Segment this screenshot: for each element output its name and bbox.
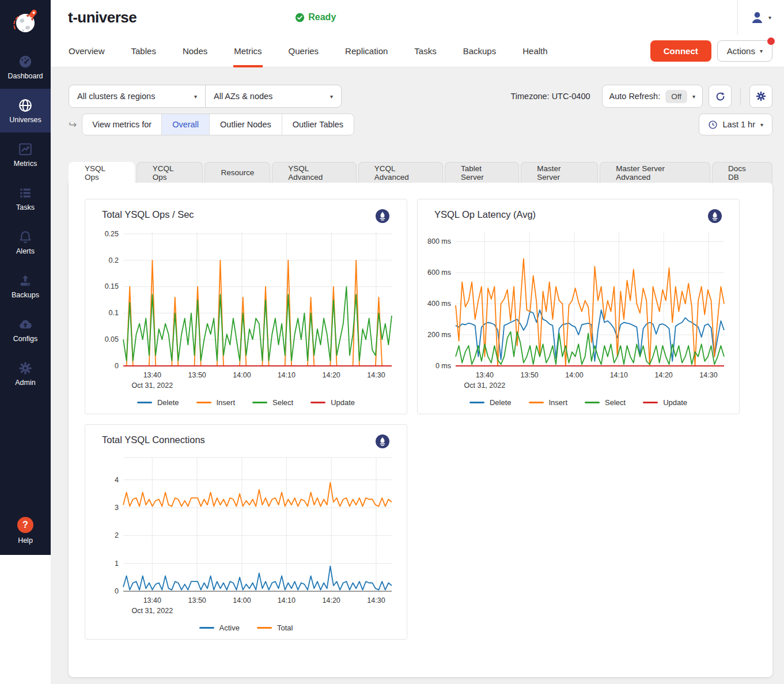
legend-swatch [310,402,325,403]
nav-tab-tasks[interactable]: Tasks [401,35,449,67]
nav-tab-metrics[interactable]: Metrics [221,35,275,67]
legend-item[interactable]: Insert [529,398,568,407]
svg-text:13:40: 13:40 [143,371,161,379]
chart-plot[interactable]: 13:4013:5014:0014:1014:2014:300 ms200 ms… [426,228,731,396]
legend-swatch [643,402,658,403]
svg-text:2: 2 [115,531,119,539]
sidebar-item-admin[interactable]: Admin [0,352,51,395]
sidebar-item-universes[interactable]: Universes [0,89,51,133]
globe-icon [18,98,33,113]
bell-icon [18,229,33,244]
clusters-regions-select[interactable]: All clusters & regions ▾ [69,85,206,108]
sidebar-item-tasks[interactable]: Tasks [0,176,51,220]
svg-text:Oct 31, 2022: Oct 31, 2022 [464,381,506,390]
svg-text:14:10: 14:10 [278,371,296,379]
chevron-down-icon: ▾ [330,93,333,100]
tab-resource[interactable]: Resource [204,162,270,183]
check-circle-icon [295,13,305,22]
svg-text:4: 4 [115,476,119,484]
svg-text:14:00: 14:00 [233,371,251,379]
nav-tab-backups[interactable]: Backups [450,35,510,67]
cloud-icon [18,317,33,332]
legend-swatch [585,402,600,403]
sidebar-item-help[interactable]: ? Help [0,517,51,545]
sidebar-item-label: Alerts [16,247,35,255]
user-menu[interactable]: ▾ [737,0,784,35]
legend-item[interactable]: Insert [196,398,236,407]
refresh-icon [715,91,726,102]
chevron-down-icon: ▾ [194,93,197,100]
svg-text:14:10: 14:10 [278,596,296,604]
legend-item[interactable]: Delete [137,398,179,407]
tab-ycql-advanced[interactable]: YCQL Advanced [358,162,443,183]
actions-button[interactable]: Actions ▾ [717,40,772,62]
legend-item[interactable]: Select [252,398,293,407]
prometheus-icon[interactable] [376,209,389,223]
svg-text:Oct 31, 2022: Oct 31, 2022 [132,607,173,615]
svg-text:14:30: 14:30 [699,371,717,379]
tab-ycql-ops[interactable]: YCQL Ops [137,162,203,183]
chart-title: Total YSQL Connections [102,434,205,445]
sidebar-item-dashboard[interactable]: Dashboard [0,45,51,89]
legend-item[interactable]: Active [199,623,240,632]
legend-item[interactable]: Select [585,398,626,407]
time-range-select[interactable]: Last 1 hr ▾ [699,114,772,135]
sidebar-item-alerts[interactable]: Alerts [0,220,51,264]
sidebar-item-backups[interactable]: Backups [0,264,51,308]
tab-master-server[interactable]: Master Server [521,162,598,183]
prometheus-icon[interactable] [708,209,722,223]
prometheus-icon[interactable] [376,434,389,448]
svg-text:13:40: 13:40 [476,371,494,379]
sidebar-item-configs[interactable]: Configs [0,308,51,352]
svg-text:0.15: 0.15 [105,282,119,290]
tab-master-server-advanced[interactable]: Master Server Advanced [600,162,710,183]
sidebar-item-metrics[interactable]: Metrics [0,133,51,176]
chart-plot[interactable]: 13:4013:5014:0014:1014:2014:3000.050.10.… [93,228,399,396]
yugabyte-logo[interactable] [0,0,51,45]
view-tab-outlier-tables[interactable]: Outlier Tables [282,114,354,135]
nav-tab-replication[interactable]: Replication [332,35,401,67]
svg-text:1: 1 [115,560,119,568]
view-metrics-label: View metrics for [82,114,161,135]
chevron-down-icon: ▾ [760,122,763,128]
nav-tab-nodes[interactable]: Nodes [169,35,221,67]
chevron-down-icon: ▾ [760,48,763,54]
connect-button[interactable]: Connect [650,40,711,62]
legend-item[interactable]: Delete [469,398,512,407]
legend-item[interactable]: Update [310,398,355,407]
actions-label: Actions [727,46,755,56]
gauge-icon [18,54,33,69]
tab-docs-db[interactable]: Docs DB [712,162,772,183]
azs-nodes-value: All AZs & nodes [214,92,272,101]
svg-text:13:50: 13:50 [188,371,206,379]
sidebar: Dashboard Universes Metrics Tasks [0,0,51,684]
nav-tab-queries[interactable]: Queries [275,35,332,67]
view-metrics-segmented-control: View metrics for Overall Outlier Nodes O… [82,114,354,135]
auto-refresh-label: Auto Refresh: [609,92,661,101]
tab-ysql-advanced[interactable]: YSQL Advanced [272,162,357,183]
help-icon: ? [17,517,33,533]
settings-button[interactable] [749,85,772,108]
divider [740,88,741,105]
legend-item[interactable]: Update [643,398,687,407]
chart-total-ysql-connections: Total YSQL Connections 13:4013:5014:0014… [85,424,407,640]
view-tab-overall[interactable]: Overall [161,114,209,135]
nav-tab-overview[interactable]: Overview [55,35,118,67]
nav-tab-health[interactable]: Health [509,35,560,67]
svg-text:14:20: 14:20 [323,596,340,604]
legend-item[interactable]: Total [257,623,293,632]
nav-tab-tables[interactable]: Tables [118,35,169,67]
legend-label: Delete [490,398,512,407]
view-tab-outlier-nodes[interactable]: Outlier Nodes [209,114,282,135]
chevron-down-icon: ▾ [692,93,695,100]
sidebar-item-label: Tasks [16,203,35,211]
chart-plot[interactable]: 13:4013:5014:0014:1014:2014:3001234Oct 3… [93,453,399,621]
auto-refresh-select[interactable]: Auto Refresh: Off ▾ [602,85,703,108]
azs-nodes-select[interactable]: All AZs & nodes ▾ [205,85,342,108]
refresh-button[interactable] [709,85,732,108]
tab-ysql-ops[interactable]: YSQL Ops [69,162,135,183]
svg-text:0.1: 0.1 [109,309,119,317]
chart-ysql-op-latency: YSQL Op Latency (Avg) 13:4013:5014:0014:… [417,199,740,414]
tab-tablet-server[interactable]: Tablet Server [445,162,519,183]
user-avatar-icon [749,10,765,25]
